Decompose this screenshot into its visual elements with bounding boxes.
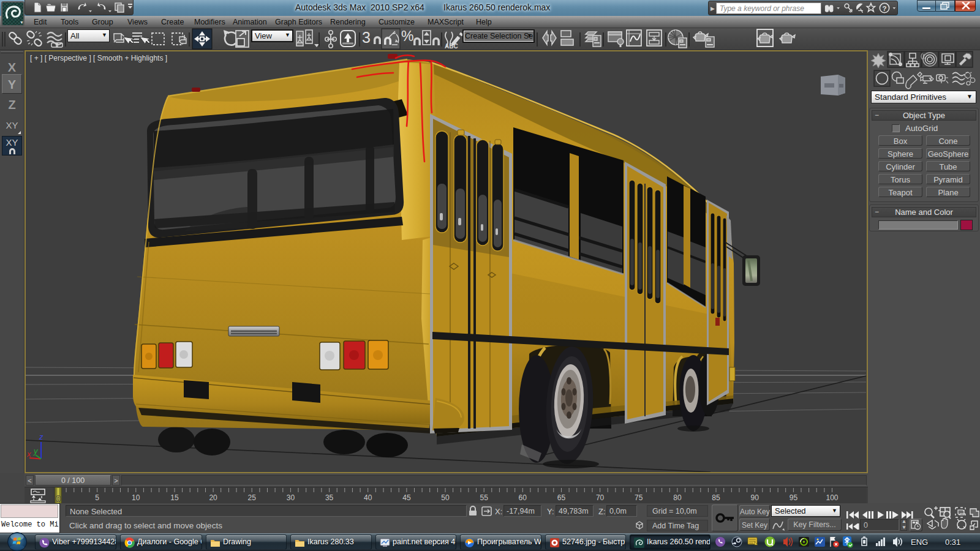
svg-text:3: 3 [362,29,371,46]
svg-text:40: 40 [364,493,372,502]
svg-text:95: 95 [790,493,798,502]
svg-text:60: 60 [519,493,527,502]
svg-text:0: 0 [56,495,61,503]
svg-text:10: 10 [132,493,140,502]
svg-text:?: ? [883,5,887,12]
svg-text:z: z [39,432,43,441]
svg-text:x: x [26,449,31,459]
svg-text:y: y [33,446,39,455]
svg-text:30: 30 [287,493,295,502]
svg-text:50: 50 [441,493,450,502]
svg-text:80: 80 [673,493,682,502]
svg-text:85: 85 [712,493,720,502]
svg-text:5: 5 [95,493,99,502]
svg-text:75: 75 [635,493,643,502]
svg-text:35: 35 [325,493,334,502]
svg-text:%: % [401,28,413,44]
svg-text:100: 100 [826,493,838,502]
svg-text:55: 55 [480,493,489,502]
svg-text:ABC: ABC [445,43,458,50]
svg-text:25: 25 [248,493,257,502]
svg-text:90: 90 [751,493,760,502]
svg-text:70: 70 [596,493,605,502]
svg-text:20: 20 [209,493,217,502]
svg-text:45: 45 [402,493,411,502]
svg-text:15: 15 [170,493,179,502]
svg-text:65: 65 [557,493,566,502]
